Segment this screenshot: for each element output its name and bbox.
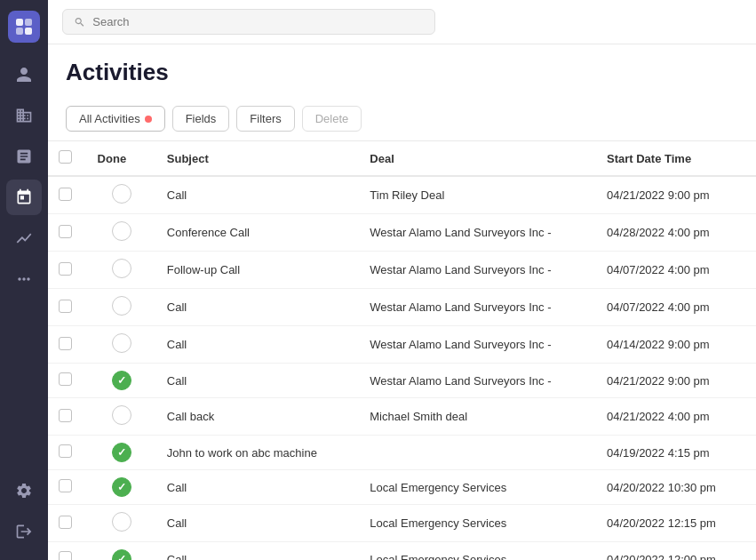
app-logo[interactable] [8,11,40,43]
row-checkbox[interactable] [59,188,72,201]
sidebar-item-activities[interactable] [6,180,42,215]
row-date-cell: 04/21/2022 9:00 pm [596,176,756,214]
row-select-cell [48,289,87,326]
row-date-cell: 04/14/2022 9:00 pm [596,326,756,364]
row-done-cell [87,436,156,470]
row-checkbox[interactable] [59,262,72,276]
fields-button[interactable]: Fields [172,106,230,132]
row-select-cell [48,326,87,364]
row-done-cell [87,214,156,252]
table-row: Follow-up CallWestar Alamo Land Surveyor… [48,252,756,289]
row-deal-cell: Westar Alamo Land Surveyors Inc - [359,252,596,289]
row-deal-cell: Tim Riley Deal [359,176,596,214]
row-select-cell [48,505,87,542]
row-subject-cell: Call [156,470,360,505]
row-date-cell: 04/21/2022 9:00 pm [596,364,756,398]
table-row: CallTim Riley Deal04/21/2022 9:00 pm [48,176,756,214]
row-select-cell [48,252,87,289]
done-circle[interactable] [112,259,131,278]
done-circle[interactable] [112,477,131,497]
sidebar-item-deals[interactable] [6,139,42,174]
row-subject-cell: Follow-up Call [156,252,360,289]
row-checkbox[interactable] [59,372,72,386]
row-subject-cell: John to work on abc machine [156,436,360,470]
row-checkbox[interactable] [59,444,72,458]
sidebar-item-contacts[interactable] [6,57,42,92]
row-deal-cell [359,436,596,470]
row-done-cell [87,542,156,561]
row-subject-cell: Call [156,176,360,214]
sidebar-item-companies[interactable] [6,98,42,133]
header-select-all[interactable] [48,141,87,176]
done-circle[interactable] [112,371,131,390]
done-circle[interactable] [112,405,131,425]
header-subject: Subject [156,141,360,176]
table-row: Call backMichael Smith deal04/21/2022 4:… [48,398,756,436]
done-circle[interactable] [112,333,131,353]
row-date-cell: 04/28/2022 4:00 pm [596,214,756,252]
activities-table-container: Done Subject Deal Start Date Time CallTi… [48,141,756,560]
done-circle[interactable] [112,221,131,241]
table-row: CallLocal Emergency Services04/20/2022 1… [48,470,756,505]
row-done-cell [87,398,156,436]
toolbar: All Activities Fields Filters Delete [48,97,756,141]
table-row: CallLocal Emergency Services04/20/2022 1… [48,505,756,542]
row-date-cell: 04/20/2022 12:00 pm [596,542,756,561]
search-container[interactable] [62,9,435,35]
header-start-date: Start Date Time [596,141,756,176]
done-circle[interactable] [112,296,131,316]
all-activities-button[interactable]: All Activities [66,106,165,132]
svg-rect-2 [16,28,23,35]
sidebar [0,0,48,560]
row-subject-cell: Call [156,289,360,326]
row-date-cell: 04/20/2022 12:15 pm [596,505,756,542]
row-date-cell: 04/20/2022 10:30 pm [596,470,756,505]
row-done-cell [87,289,156,326]
sidebar-item-more[interactable] [6,261,42,297]
row-checkbox[interactable] [59,409,72,422]
activities-table: Done Subject Deal Start Date Time CallTi… [48,141,756,560]
done-circle[interactable] [112,549,131,560]
sidebar-item-settings[interactable] [6,473,42,508]
table-row: John to work on abc machine04/19/2022 4:… [48,436,756,470]
row-select-cell [48,542,87,561]
filters-button[interactable]: Filters [236,106,294,132]
delete-button[interactable]: Delete [302,106,362,132]
done-circle[interactable] [112,512,131,532]
search-icon [74,16,85,28]
done-circle[interactable] [112,443,131,462]
page-header: Activities [48,44,756,97]
row-deal-cell: Westar Alamo Land Surveyors Inc - [359,214,596,252]
table-body: CallTim Riley Deal04/21/2022 9:00 pmConf… [48,176,756,560]
row-select-cell [48,470,87,505]
row-checkbox[interactable] [59,479,72,492]
svg-rect-3 [25,28,32,35]
row-done-cell [87,364,156,398]
row-select-cell [48,398,87,436]
row-select-cell [48,176,87,214]
row-select-cell [48,436,87,470]
row-subject-cell: Conference Call [156,214,360,252]
svg-rect-1 [25,19,32,26]
row-deal-cell: Local Emergency Services [359,505,596,542]
row-checkbox[interactable] [59,300,72,313]
select-all-checkbox[interactable] [59,150,72,164]
row-checkbox[interactable] [59,337,72,350]
row-deal-cell: Local Emergency Services [359,542,596,561]
row-subject-cell: Call [156,542,360,561]
row-subject-cell: Call [156,505,360,542]
row-checkbox[interactable] [59,225,72,238]
done-circle[interactable] [112,184,131,204]
sidebar-item-logout[interactable] [6,514,42,549]
search-input[interactable] [92,15,424,28]
table-row: CallWestar Alamo Land Surveyors Inc -04/… [48,364,756,398]
sidebar-item-analytics[interactable] [6,220,42,256]
row-checkbox[interactable] [59,516,72,529]
row-subject-cell: Call [156,364,360,398]
main-content: Activities All Activities Fields Filters… [48,0,756,560]
row-checkbox[interactable] [59,551,72,560]
row-deal-cell: Westar Alamo Land Surveyors Inc - [359,326,596,364]
table-row: CallWestar Alamo Land Surveyors Inc -04/… [48,289,756,326]
activities-dot [145,116,152,123]
table-row: CallLocal Emergency Services04/20/2022 1… [48,542,756,561]
